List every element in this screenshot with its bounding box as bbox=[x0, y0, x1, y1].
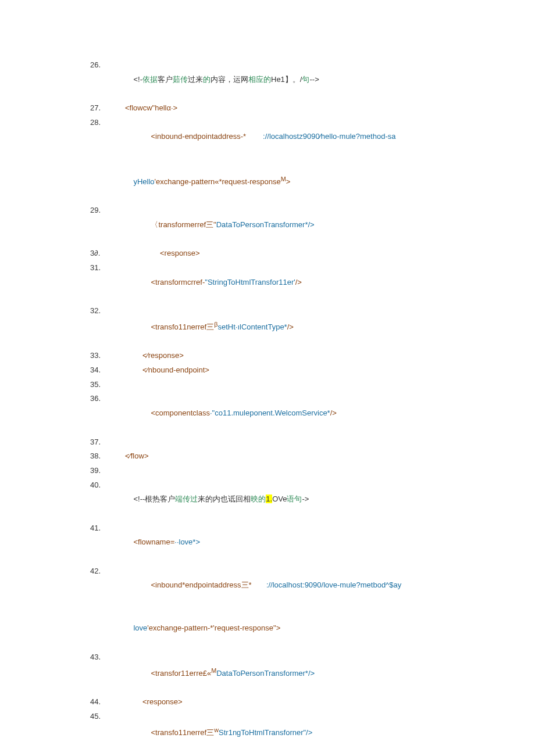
line-number: 33. bbox=[90, 349, 108, 363]
line-number: 26. bbox=[90, 58, 108, 73]
text: 'exchange-pattern-*'request-response"> bbox=[147, 624, 280, 632]
code-line: 36. <componentclass·"co11.muleponent.Wel… bbox=[90, 392, 445, 435]
text: <flowname= bbox=[133, 538, 174, 546]
text: /> bbox=[287, 323, 294, 331]
text: 来的内也诋回相 bbox=[198, 495, 251, 503]
text: DataToPersonTransformer*/> bbox=[216, 220, 315, 229]
code-content: <transfo11nerref三wStr1ngToHtmlTransforne… bbox=[108, 710, 445, 754]
text: <inbound*endpointaddress bbox=[151, 581, 241, 589]
line-number: 39. bbox=[90, 464, 108, 478]
code-content: <flowcw"hellα·> bbox=[108, 101, 445, 116]
text: 茹传 bbox=[173, 75, 188, 84]
code-content: <componentclass·"co11.muleponent.WelcomS… bbox=[108, 392, 445, 435]
line-number: 36. bbox=[90, 392, 108, 406]
text: <transfo11nerref bbox=[151, 323, 206, 331]
text: 过来 bbox=[188, 75, 203, 84]
line-number: 37. bbox=[90, 435, 108, 450]
text: 〈transformerref bbox=[151, 220, 206, 229]
code-line: 37. bbox=[90, 435, 445, 450]
line-number: 42. bbox=[90, 564, 108, 579]
code-line: 44. <response> bbox=[90, 695, 445, 710]
line-number: 40. bbox=[90, 478, 108, 493]
text: 三 bbox=[206, 728, 214, 737]
text: -> bbox=[302, 495, 309, 503]
text: ://localhostz9090⁄hello-mule?method-sa bbox=[263, 132, 395, 141]
code-content: <transformcrref-"StringToHtmlTransfor11e… bbox=[108, 261, 445, 304]
text: ·"co11.muleponent.WelcomService* bbox=[210, 409, 330, 417]
code-content: <transfor11erre£«MDataToPersonTransforme… bbox=[108, 650, 445, 695]
code-content: <response> bbox=[108, 695, 445, 710]
text: 内容，运网 bbox=[211, 75, 248, 84]
text: <!--根热客户 bbox=[133, 495, 175, 503]
line-number: 44. bbox=[90, 695, 108, 710]
text: /> bbox=[295, 278, 302, 286]
text: <transformcrref- bbox=[151, 278, 205, 286]
code-line: 42. <inbound*endpointaddress三* ://localh… bbox=[90, 564, 445, 607]
code-content: <!-依据客户茹传过来的内容，运网相应的He1】。/句--> bbox=[108, 58, 445, 101]
code-line: 41. <flowname=··love*> bbox=[90, 521, 445, 564]
text: yHello bbox=[133, 177, 154, 186]
code-wrap: love'exchange-pattern-*'request-response… bbox=[90, 607, 445, 650]
sup: M bbox=[211, 667, 216, 674]
code-line: 26. <!-依据客户茹传过来的内容，运网相应的He1】。/句--> bbox=[90, 58, 445, 101]
code-line: 32. <transfo11nerref三βsetHt·ılContentTyp… bbox=[90, 304, 445, 349]
code-line: 3∂. <response> bbox=[90, 246, 445, 261]
line-number: 32. bbox=[90, 304, 108, 318]
sup: w bbox=[214, 726, 219, 733]
code-content: <inbound*endpointaddress三* ://localhost:… bbox=[108, 564, 445, 607]
text: 语句 bbox=[287, 495, 302, 503]
text: 的 bbox=[203, 75, 211, 84]
code-content: <!--根热客户端传过来的内也诋回相映的1.OVe语句-> bbox=[108, 478, 445, 521]
text: 映的 bbox=[251, 495, 266, 503]
code-line: 28. <inbound-endpointaddress-* ://localh… bbox=[90, 116, 445, 159]
text: <!- bbox=[133, 75, 142, 84]
gap bbox=[252, 581, 266, 589]
text: 依据 bbox=[142, 75, 158, 84]
line-number: 28. bbox=[90, 116, 108, 130]
line-number: 45. bbox=[90, 710, 108, 724]
text: /> bbox=[330, 409, 337, 417]
code-content: <flowname=··love*> bbox=[108, 521, 445, 564]
code-line: 31. <transformcrref-"StringToHtmlTransfo… bbox=[90, 261, 445, 304]
text: setHt·ılContentType* bbox=[217, 323, 287, 331]
code-content: <⁄response> bbox=[108, 349, 445, 363]
text: > bbox=[286, 177, 291, 186]
text: <transfo11nerref bbox=[151, 728, 206, 737]
text: <componentclass bbox=[151, 409, 210, 417]
text: 'exchange-pattern«*request-response bbox=[155, 177, 281, 186]
line-number: 31. bbox=[90, 261, 108, 275]
gap bbox=[246, 132, 263, 141]
text: <transfor11erre£« bbox=[151, 669, 211, 678]
code-content: <response> bbox=[108, 246, 445, 261]
text: 客户 bbox=[158, 75, 173, 84]
code-content: yHello'exchange-pattern«*request-respons… bbox=[108, 159, 445, 203]
text: 三* bbox=[241, 581, 252, 589]
line-number: 27. bbox=[90, 101, 108, 116]
text: 三" bbox=[206, 220, 216, 229]
highlighted-text: 1. bbox=[266, 495, 272, 503]
text: 句 bbox=[302, 75, 309, 84]
line-number: 29. bbox=[90, 203, 108, 218]
text: OVe bbox=[272, 495, 287, 503]
text: <inbound-endpointaddress-* bbox=[151, 132, 246, 141]
line-number: 34. bbox=[90, 363, 108, 378]
text: 端传过 bbox=[175, 495, 198, 503]
line-number: 35. bbox=[90, 378, 108, 392]
text: ··love*> bbox=[174, 538, 200, 546]
code-line: 43. <transfor11erre£«MDataToPersonTransf… bbox=[90, 650, 445, 695]
text: DataToPersonTransformer*/> bbox=[216, 669, 315, 678]
line-number: 38. bbox=[90, 449, 108, 464]
text: 三 bbox=[206, 323, 214, 331]
code-line: 33. <⁄response> bbox=[90, 349, 445, 363]
line-number: 43. bbox=[90, 650, 108, 665]
code-content: 〈transformerref三"DataToPersonTransformer… bbox=[108, 203, 445, 246]
text: He1】。/ bbox=[271, 75, 302, 84]
sup: M bbox=[281, 175, 286, 182]
line-number: 41. bbox=[90, 521, 108, 536]
text: 相应的 bbox=[248, 75, 271, 84]
code-line: 27. <flowcw"hellα·> bbox=[90, 101, 445, 116]
code-line: 45. <transfo11nerref三wStr1ngToHtmlTransf… bbox=[90, 710, 445, 754]
code-line: 40. <!--根热客户端传过来的内也诋回相映的1.OVe语句-> bbox=[90, 478, 445, 521]
code-line: 38. <⁄flow> bbox=[90, 449, 445, 464]
code-content: <⁄flow> bbox=[108, 449, 445, 464]
